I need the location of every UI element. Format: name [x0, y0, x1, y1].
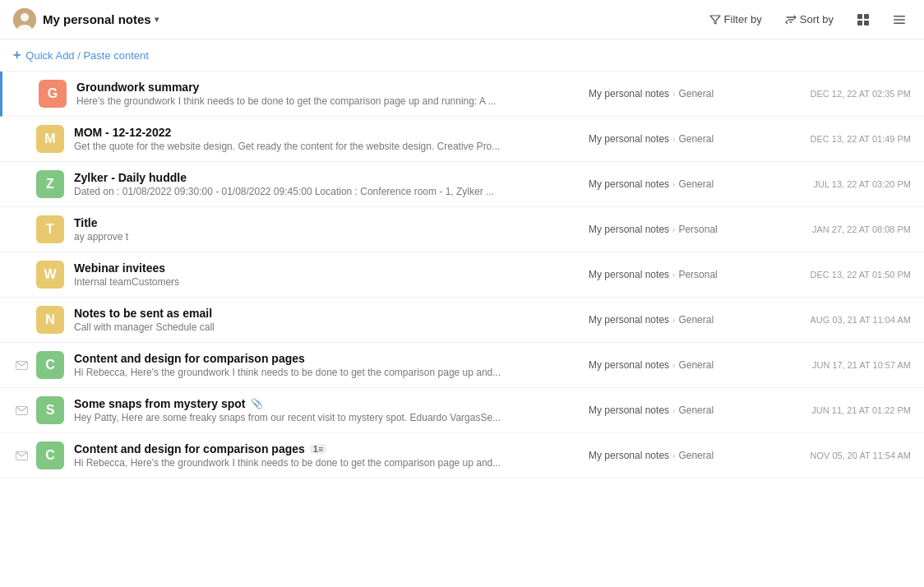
sort-button[interactable]: Sort by	[780, 10, 839, 29]
list-item[interactable]: CContent and design for comparison pages…	[0, 433, 924, 478]
note-tag: General	[678, 450, 714, 461]
header-actions: Filter by Sort by	[705, 10, 911, 30]
header-left: My personal notes ▾	[13, 8, 159, 31]
note-tag: Personal	[678, 269, 717, 280]
note-preview: Call with manager Schedule call	[74, 321, 579, 333]
note-avatar: C	[36, 441, 64, 469]
email-icon	[16, 406, 28, 415]
grid-icon	[857, 13, 870, 26]
chevron-down-icon: ▾	[155, 15, 159, 24]
filter-button[interactable]: Filter by	[705, 10, 767, 29]
quick-add-bar[interactable]: + Quick Add / Paste content	[0, 39, 924, 72]
note-date: NOV 05, 20 AT 11:54 AM	[779, 451, 911, 460]
note-preview: Hi Rebecca, Here's the groundwork I thin…	[74, 457, 579, 469]
meta-separator: ›	[672, 361, 675, 370]
note-preview: ay approve t	[74, 231, 579, 243]
note-meta: My personal notes›Personal	[589, 224, 769, 235]
email-icon	[16, 361, 28, 370]
note-title: Some snaps from mystery spot📎	[74, 397, 579, 410]
email-icon	[16, 451, 28, 460]
note-meta: My personal notes›General	[589, 359, 769, 371]
note-date: AUG 03, 21 AT 11:04 AM	[779, 315, 911, 325]
menu-button[interactable]	[888, 10, 911, 30]
note-tag: Personal	[678, 224, 717, 235]
meta-separator: ›	[672, 90, 675, 99]
note-title: MOM - 12-12-2022	[74, 126, 579, 139]
meta-separator: ›	[672, 180, 675, 189]
note-meta: My personal notes›General	[589, 450, 769, 461]
list-item[interactable]: MMOM - 12-12-2022Get the quote for the w…	[0, 117, 924, 162]
note-title: Notes to be sent as email	[74, 307, 579, 320]
note-avatar: S	[36, 396, 64, 424]
note-notebook: My personal notes	[589, 178, 669, 190]
list-item[interactable]: WWebinar inviteesInternal teamCustomersM…	[0, 252, 924, 298]
note-date: JUN 11, 21 AT 01:22 PM	[779, 405, 911, 415]
note-avatar: N	[36, 306, 64, 334]
plus-icon: +	[13, 48, 21, 62]
note-date: JAN 27, 22 AT 08:08 PM	[779, 224, 911, 234]
note-meta: My personal notes›General	[589, 404, 769, 416]
note-title: Groundwork summary	[76, 81, 579, 94]
grid-view-button[interactable]	[852, 10, 875, 30]
note-avatar: G	[39, 80, 67, 108]
meta-separator: ›	[672, 225, 675, 234]
list-item[interactable]: SSome snaps from mystery spot📎Hey Patty,…	[0, 388, 924, 433]
sort-icon	[785, 14, 797, 25]
note-content: Zylker - Daily huddleDated on : 01/08/20…	[74, 171, 579, 197]
note-date: DEC 13, 22 AT 01:50 PM	[779, 270, 911, 280]
svg-rect-6	[864, 21, 869, 25]
note-avatar: T	[36, 215, 64, 243]
note-avatar: W	[36, 261, 64, 289]
note-preview: Get the quote for the website design. Ge…	[74, 141, 579, 152]
note-content: Content and design for comparison pagesH…	[74, 352, 579, 378]
note-preview: Hey Patty, Here are some freaky snaps fr…	[74, 412, 579, 423]
sort-label: Sort by	[800, 13, 834, 25]
list-badge: 1≡	[310, 444, 327, 454]
menu-icon	[893, 13, 906, 26]
list-item[interactable]: GGroundwork summaryHere's the groundwork…	[0, 72, 924, 117]
note-avatar: C	[36, 351, 64, 379]
list-item[interactable]: ZZylker - Daily huddleDated on : 01/08/2…	[0, 162, 924, 207]
meta-separator: ›	[672, 451, 675, 460]
avatar	[13, 8, 36, 31]
note-date: DEC 13, 22 AT 01:49 PM	[779, 134, 911, 144]
header-title[interactable]: My personal notes ▾	[43, 12, 159, 26]
note-meta: My personal notes›General	[589, 133, 769, 145]
note-preview: Here's the groundwork I think needs to b…	[76, 95, 579, 107]
note-date: JUL 13, 22 AT 03:20 PM	[779, 179, 911, 189]
note-avatar: M	[36, 125, 64, 153]
note-title: Zylker - Daily huddle	[74, 171, 579, 184]
attachment-icon: 📎	[251, 398, 263, 409]
email-status-icon	[13, 361, 30, 370]
note-tag: General	[678, 404, 714, 416]
note-date: DEC 12, 22 AT 02:35 PM	[779, 89, 911, 99]
note-tag: General	[678, 88, 714, 99]
note-title: Webinar invitees	[74, 261, 579, 275]
note-title: Content and design for comparison pages1…	[74, 442, 579, 455]
svg-rect-5	[857, 21, 862, 25]
note-tag: General	[678, 178, 714, 190]
note-content: Notes to be sent as emailCall with manag…	[74, 307, 579, 333]
svg-rect-8	[894, 19, 905, 21]
notebook-title-text: My personal notes	[43, 12, 151, 26]
meta-separator: ›	[672, 270, 675, 280]
note-content: MOM - 12-12-2022Get the quote for the we…	[74, 126, 579, 152]
note-meta: My personal notes›General	[589, 314, 769, 326]
note-meta: My personal notes›General	[589, 88, 769, 99]
list-item[interactable]: CContent and design for comparison pages…	[0, 343, 924, 388]
note-meta: My personal notes›Personal	[589, 269, 769, 280]
note-notebook: My personal notes	[589, 224, 669, 235]
note-tag: General	[678, 359, 714, 371]
note-meta: My personal notes›General	[589, 178, 769, 190]
svg-rect-3	[857, 14, 862, 19]
email-status-icon	[13, 451, 30, 460]
list-item[interactable]: TTitleay approve tMy personal notes›Pers…	[0, 207, 924, 252]
svg-point-1	[21, 13, 29, 21]
list-item[interactable]: NNotes to be sent as emailCall with mana…	[0, 298, 924, 343]
note-notebook: My personal notes	[589, 269, 669, 280]
note-preview: Hi Rebecca, Here's the groundwork I thin…	[74, 367, 579, 378]
email-status-icon	[13, 406, 30, 415]
note-title: Title	[74, 216, 579, 229]
note-date: JUN 17, 21 AT 10:57 AM	[779, 360, 911, 370]
note-content: Content and design for comparison pages1…	[74, 442, 579, 469]
